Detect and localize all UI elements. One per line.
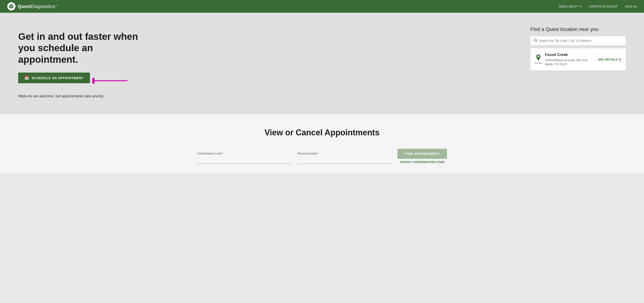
location-distance: 0.0 mi (535, 62, 542, 64)
need-help-link[interactable]: NEED HELP? ▼ (559, 5, 582, 8)
chevron-down-icon: ▼ (580, 5, 582, 8)
phone-required-star: * (317, 152, 318, 155)
confirmation-code-input[interactable] (197, 156, 292, 164)
create-account-link[interactable]: CREATE ACCOUNT (589, 5, 618, 8)
see-details-link[interactable]: SEE DETAILS ❯ (598, 58, 621, 61)
confirmation-code-label: Confirmation Code* (197, 152, 292, 155)
favorite-heart-icon[interactable]: ♡ (591, 52, 595, 57)
header-nav: NEED HELP? ▼ CREATE ACCOUNT SIGN IN (559, 5, 637, 8)
phone-number-input[interactable] (297, 156, 392, 164)
logo[interactable]: QuestDiagnostics™ (7, 2, 57, 11)
walkin-text: Walk-ins are welcome, but appointments t… (18, 94, 146, 98)
svg-line-5 (536, 41, 537, 42)
sign-in-link[interactable]: SIGN IN (625, 5, 637, 8)
location-name: Fossil Creek (545, 53, 568, 57)
hero-section: Get in and out faster when you schedule … (0, 13, 644, 114)
view-cancel-title: View or Cancel Appointments (18, 128, 626, 137)
hero-left: Get in and out faster when you schedule … (18, 26, 146, 98)
location-search-input[interactable] (539, 39, 622, 43)
forgot-confirmation-link[interactable]: FORGOT CONFIRMATION CODE (400, 161, 445, 164)
logo-circle (7, 2, 16, 11)
location-pin-area: 0.0 mi (535, 54, 542, 64)
arrow-annotation (92, 75, 128, 86)
calendar-plus-icon: 📅 (24, 76, 29, 80)
find-appointment-button[interactable]: FIND APPOINTMENT (398, 149, 447, 159)
location-finder: Find a Quest location near you 0.0 mi (530, 26, 626, 71)
svg-point-1 (11, 8, 12, 8)
view-cancel-section: View or Cancel Appointments Confirmation… (0, 114, 644, 173)
phone-number-label: Phone Number* (297, 152, 392, 155)
location-card: 0.0 mi Fossil Creek ♡ 7630 N Beach St Su… (530, 48, 626, 71)
location-finder-title: Find a Quest location near you (530, 26, 626, 32)
hero-title: Get in and out faster when you schedule … (18, 31, 146, 65)
confirmation-code-field: Confirmation Code* (197, 152, 292, 164)
logo-text: QuestDiagnostics™ (18, 4, 57, 9)
location-info: Fossil Creek ♡ 7630 N Beach St Suite 156… (545, 52, 595, 66)
confirmation-required-star: * (222, 152, 223, 155)
schedule-button-row: 📅 SCHEDULE AN APPOINTMENT (18, 73, 146, 89)
svg-point-6 (538, 56, 539, 57)
location-address: 7630 N Beach St Suite 156, Fort Worth, T… (545, 58, 595, 66)
phone-number-field: Phone Number* (297, 152, 392, 164)
appointment-form-row: Confirmation Code* Phone Number* FIND AP… (197, 149, 447, 164)
location-search-box[interactable] (530, 36, 626, 46)
chevron-right-icon: ❯ (619, 58, 621, 61)
schedule-appointment-button[interactable]: 📅 SCHEDULE AN APPOINTMENT (18, 73, 90, 83)
search-icon (534, 39, 538, 43)
